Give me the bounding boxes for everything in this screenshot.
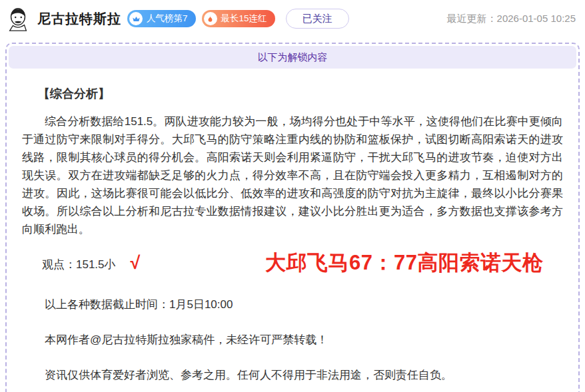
followed-button[interactable]: 已关注 xyxy=(286,9,349,29)
win-checkmark: √ xyxy=(131,253,141,274)
flame-icon xyxy=(204,12,217,25)
expert-article-page: 尼古拉特斯拉 人气榜第7 最长15连红 已关注 最近更新：2026-01-05 … xyxy=(0,0,585,392)
disclaimer-line: 资讯仅供体育爱好者浏览、参考之用。任何人不得用于非法用途，否则责任自负。 xyxy=(22,366,563,384)
data-cutoff-line: 以上各种数据截止时间：1月5日10:00 xyxy=(22,295,563,313)
analysis-paragraph: 综合分析数据给151.5。两队进攻能力较为一般，场均得分也处于中等水平，这使得他… xyxy=(22,112,563,238)
viewpoint-text: 观点：151.5小 xyxy=(42,257,116,272)
unlock-banner: 以下为解锁内容 xyxy=(9,46,576,69)
streak-badge-label: 最长15连红 xyxy=(221,13,267,25)
viewpoint-label: 观点： xyxy=(42,258,76,271)
viewpoint-row: 观点：151.5小 √ 大邱飞马67：77高阳索诺天枪 xyxy=(22,250,563,278)
final-score-text: 大邱飞马67：77高阳索诺天枪 xyxy=(265,249,543,277)
crown-icon xyxy=(129,12,143,25)
viewpoint-value: 151.5小 xyxy=(76,258,116,271)
author-name: 尼古拉特斯拉 xyxy=(37,10,121,28)
section-title: 【综合分析】 xyxy=(22,86,563,102)
popularity-badge-label: 人气榜第7 xyxy=(147,13,188,25)
article-body: 【综合分析】 综合分析数据给151.5。两队进攻能力较为一般，场均得分也处于中等… xyxy=(9,69,576,392)
unlocked-content-box: 以下为解锁内容 【综合分析】 综合分析数据给151.5。两队进攻能力较为一般，场… xyxy=(5,43,580,392)
update-time: 最近更新：2026-01-05 10:25 xyxy=(447,13,576,25)
streak-badge: 最长15连红 xyxy=(202,10,275,27)
copyright-line: 本网作者@尼古拉特斯拉独家稿件，未经许可严禁转载！ xyxy=(22,331,563,349)
avatar[interactable] xyxy=(5,6,31,31)
popularity-badge: 人气榜第7 xyxy=(127,10,196,27)
header: 尼古拉特斯拉 人气榜第7 最长15连红 已关注 最近更新：2026-01-05 … xyxy=(0,0,585,37)
